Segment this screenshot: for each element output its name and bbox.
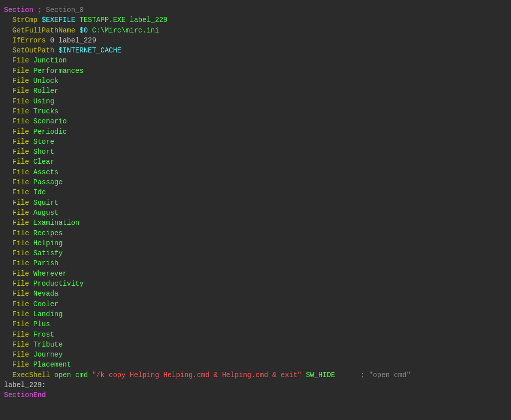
keyword-file-9: File [4, 138, 33, 146]
var-0: $0 [79, 26, 88, 34]
keyword-file-27: File [4, 320, 33, 328]
keyword-section-end: SectionEnd [4, 391, 46, 399]
file-val-18: Recipes [33, 229, 63, 237]
file-val-1: Junction [33, 56, 67, 64]
keyword-file-18: File [4, 229, 33, 237]
file-val-26: Landing [33, 310, 63, 318]
keyword-file-19: File [4, 239, 33, 247]
file-val-4: Roller [33, 87, 58, 95]
file-trucks: File Trucks [0, 106, 511, 116]
keyword-file-14: File [4, 188, 33, 196]
file-frost: File Frost [0, 330, 511, 340]
keyword-file-6: File [4, 107, 33, 115]
line-strcmp: StrCmp $EXEFILE TESTAPP.EXE label_229 [0, 15, 511, 25]
file-parish: File Parish [0, 258, 511, 268]
iferrors-args: 0 label_229 [50, 36, 96, 44]
file-performances: File Performances [0, 66, 511, 76]
file-val-10: Short [33, 148, 54, 156]
keyword-file-23: File [4, 280, 33, 288]
keyword-strcmp: StrCmp [4, 16, 42, 24]
keyword-file-1: File [4, 56, 33, 64]
file-landing: File Landing [0, 309, 511, 319]
file-squirt: File Squirt [0, 198, 511, 208]
file-short: File Short [0, 147, 511, 157]
file-nevada: File Nevada [0, 289, 511, 299]
file-val-29: Tribute [33, 341, 63, 349]
code-editor: Section ; Section_0 StrCmp $EXEFILE TEST… [0, 4, 511, 402]
file-val-25: Cooler [33, 300, 58, 308]
file-val-27: Plus [33, 320, 50, 328]
keyword-file-7: File [4, 117, 33, 125]
execshell-string: "/k copy Helping Helping.cmd & Helping.c… [92, 371, 301, 379]
keyword-file-24: File [4, 290, 33, 298]
keyword-getfullpathname: GetFullPathName [4, 26, 79, 34]
section-comment: ; Section_0 [33, 6, 84, 14]
file-val-22: Wherever [33, 270, 67, 278]
file-val-15: Squirt [33, 199, 58, 207]
file-unlock: File Unlock [0, 76, 511, 86]
file-val-11: Clear [33, 158, 54, 166]
keyword-file-8: File [4, 128, 33, 136]
execshell-comment: ; "open cmd" [360, 371, 411, 379]
file-journey: File Journey [0, 350, 511, 360]
keyword-file-20: File [4, 249, 33, 257]
execshell-spaces [335, 371, 360, 379]
file-val-30: Journey [33, 351, 63, 359]
file-roller: File Roller [0, 86, 511, 96]
keyword-file-3: File [4, 77, 33, 85]
keyword-file-29: File [4, 341, 33, 349]
file-examination: File Examination [0, 218, 511, 228]
file-val-5: Using [33, 97, 54, 105]
file-val-16: August [33, 209, 58, 217]
file-ide: File Ide [0, 187, 511, 197]
file-val-23: Productivity [33, 280, 84, 288]
keyword-file-13: File [4, 178, 33, 186]
file-val-21: Parish [33, 259, 58, 267]
file-august: File August [0, 208, 511, 218]
keyword-file-5: File [4, 97, 33, 105]
line-section: Section ; Section_0 [0, 5, 511, 15]
keyword-file-16: File [4, 209, 33, 217]
file-val-28: Frost [33, 331, 54, 339]
file-store: File Store [0, 137, 511, 147]
file-val-24: Nevada [33, 290, 58, 298]
label-229: label_229: [4, 381, 46, 389]
file-wherever: File Wherever [0, 269, 511, 279]
file-satisfy: File Satisfy [0, 248, 511, 258]
keyword-file-12: File [4, 168, 33, 176]
line-execshell: ExecShell open cmd "/k copy Helping Help… [0, 370, 511, 380]
keyword-file-4: File [4, 87, 33, 95]
keyword-file-30: File [4, 351, 33, 359]
file-val-13: Passage [33, 178, 63, 186]
file-clear: File Clear [0, 157, 511, 167]
var-exefile: $EXEFILE [42, 16, 75, 24]
file-cooler: File Cooler [0, 299, 511, 309]
strcmp-args: TESTAPP.EXE label_229 [75, 16, 168, 24]
line-section-end: SectionEnd [0, 390, 511, 400]
execshell-open: open cmd [50, 371, 92, 379]
keyword-file-25: File [4, 300, 33, 308]
file-val-3: Unlock [33, 77, 58, 85]
keyword-section: Section [4, 6, 33, 14]
file-val-20: Satisfy [33, 249, 63, 257]
file-helping: File Helping [0, 238, 511, 248]
file-val-2: Performances [33, 67, 84, 75]
file-scenario: File Scenario [0, 116, 511, 126]
file-assets: File Assets [0, 167, 511, 177]
keyword-file-26: File [4, 310, 33, 318]
file-val-7: Scenario [33, 117, 67, 125]
line-getfullpathname: GetFullPathName $0 C:\Mirc\mirc.ini [0, 25, 511, 35]
file-val-6: Trucks [33, 107, 58, 115]
keyword-file-31: File [4, 361, 33, 369]
file-val-9: Store [33, 138, 54, 146]
keyword-execshell: ExecShell [4, 371, 50, 379]
var-internet-cache: $INTERNET_CACHE [58, 46, 121, 54]
keyword-file-28: File [4, 331, 33, 339]
file-val-8: Periodic [33, 128, 67, 136]
file-val-19: Helping [33, 239, 63, 247]
file-val-31: Placement [33, 361, 71, 369]
line-label: label_229: [0, 380, 511, 390]
file-productivity: File Productivity [0, 279, 511, 289]
keyword-iferrors: IfErrors [4, 36, 50, 44]
keyword-file-21: File [4, 259, 33, 267]
